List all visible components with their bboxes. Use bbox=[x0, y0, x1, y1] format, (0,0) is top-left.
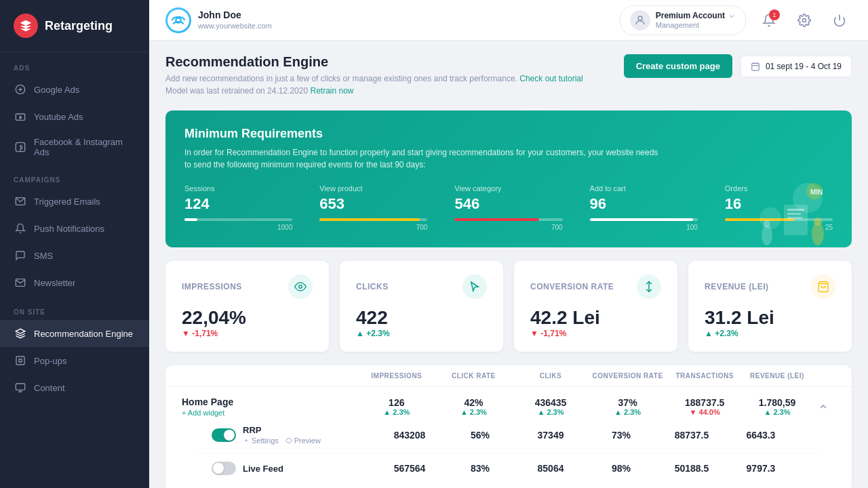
campaigns-section-label: CAMPAIGNS bbox=[0, 164, 149, 188]
settings-btn[interactable] bbox=[792, 8, 816, 33]
clicks-value: 422 bbox=[356, 307, 487, 329]
min-req-view-product: View product 653 700 bbox=[319, 184, 427, 231]
home-expand-btn[interactable] bbox=[811, 401, 835, 412]
col-transactions: TRANSACTIONS bbox=[666, 372, 743, 380]
col-impressions: IMPRESSIONS bbox=[358, 372, 435, 380]
col-revenue: REVENUE (LEI) bbox=[743, 372, 811, 380]
min-req-description: In order for Recommendation Engine to fu… bbox=[184, 146, 659, 171]
metric-cards: Impressions 22,04% ▼ -1,71% Clicks 422 ▲ bbox=[165, 261, 852, 352]
retrain-link[interactable]: Retrain now bbox=[310, 86, 353, 96]
col-conversion-rate: CONVERSION RATE bbox=[589, 372, 667, 380]
sidebar-item-triggered-emails[interactable]: Triggered Emails bbox=[0, 188, 149, 215]
sidebar-item-google-ads[interactable]: Google Ads bbox=[0, 76, 149, 103]
conversion-value: 42.2 Lei bbox=[530, 307, 661, 329]
sidebar-item-label: Push Notifications bbox=[34, 224, 104, 234]
tutorial-link[interactable]: Check out tutorial bbox=[519, 74, 583, 83]
user-name: John Doe bbox=[198, 9, 272, 21]
svg-rect-7 bbox=[16, 384, 24, 390]
home-page-name: Home Page + Add widget bbox=[182, 396, 358, 417]
sidebar-item-youtube-ads[interactable]: Youtube Ads bbox=[0, 103, 149, 130]
home-page-row: Home Page + Add widget 126 ▲ 2.3% 42% ▲ … bbox=[165, 387, 852, 488]
header-right: Premium Account Management 1 bbox=[620, 5, 852, 35]
live-feed-toggle[interactable] bbox=[212, 462, 236, 475]
home-impressions: 126 ▲ 2.3% bbox=[358, 397, 435, 416]
push-notifications-icon bbox=[14, 222, 27, 235]
svg-point-21 bbox=[760, 207, 781, 229]
pages-table: IMPRESSIONS CLICK RATE CLIKS CONVERSION … bbox=[165, 365, 852, 488]
svg-point-28 bbox=[299, 285, 302, 289]
min-req-title: Minimum Requirements bbox=[184, 127, 833, 141]
svg-point-9 bbox=[638, 16, 642, 20]
sidebar-item-pop-ups[interactable]: Pop-ups bbox=[0, 347, 149, 374]
user-info: John Doe www.yourwebsite.com bbox=[198, 9, 272, 30]
premium-account-btn[interactable]: Premium Account Management bbox=[620, 5, 746, 35]
revenue-value: 31.2 Lei bbox=[705, 307, 835, 329]
metric-card-clicks: Clicks 422 ▲ +2.3% bbox=[340, 261, 503, 352]
sidebar-item-push-notifications[interactable]: Push Notifications bbox=[0, 215, 149, 242]
date-range-picker[interactable]: 01 sept 19 - 4 Oct 19 bbox=[741, 56, 852, 77]
calendar-icon bbox=[751, 62, 760, 71]
notification-badge: 1 bbox=[769, 9, 780, 20]
pop-ups-icon bbox=[14, 354, 27, 367]
sidebar-item-sms[interactable]: SMS bbox=[0, 242, 149, 269]
clicks-change: ▲ +2.3% bbox=[356, 329, 487, 338]
premium-label: Premium Account bbox=[656, 11, 725, 22]
add-widget-btn[interactable]: + Add widget bbox=[182, 409, 358, 417]
svg-point-25 bbox=[764, 220, 770, 227]
revenue-icon bbox=[811, 274, 835, 299]
brand-icon bbox=[14, 14, 38, 38]
metric-card-revenue: Revenue (LEI) 31.2 Lei ▲ +2.3% bbox=[688, 261, 852, 352]
svg-rect-18 bbox=[787, 209, 804, 211]
impressions-value: 22,04% bbox=[182, 307, 313, 329]
rrp-widget-row: RRP Settings Preview bbox=[198, 417, 819, 453]
home-revenue: 1.780,59 ▲ 2.3% bbox=[743, 397, 811, 416]
svg-rect-6 bbox=[16, 357, 24, 365]
create-custom-page-btn[interactable]: Create custom page bbox=[624, 54, 732, 78]
live-feed-widget-row: Live Feed 567564 83% 85064 98% 50188.5 9… bbox=[198, 453, 819, 483]
power-btn[interactable] bbox=[827, 8, 852, 33]
sidebar-item-newsletter[interactable]: Newsletter bbox=[0, 269, 149, 296]
premium-icon bbox=[630, 10, 650, 30]
col-cliks: CLIKS bbox=[512, 372, 589, 380]
svg-rect-20 bbox=[787, 217, 802, 219]
svg-rect-12 bbox=[752, 63, 760, 70]
date-range-text: 01 sept 19 - 4 Oct 19 bbox=[766, 62, 842, 71]
revenue-change: ▲ +2.3% bbox=[705, 329, 835, 338]
user-url: www.yourwebsite.com bbox=[198, 21, 272, 30]
ads-section-label: ADS bbox=[0, 52, 149, 76]
sidebar-item-facebook-ads[interactable]: Facebook & Instagram Ads bbox=[0, 130, 149, 164]
sidebar-item-recommendation-engine[interactable]: Recommendation Engine bbox=[0, 320, 149, 347]
management-label: Management bbox=[656, 21, 736, 29]
svg-marker-5 bbox=[16, 329, 24, 333]
page-header-actions: Create custom page 01 sept 19 - 4 Oct 19 bbox=[624, 54, 852, 78]
min-req-items: Sessions 124 1000 View product 653 bbox=[184, 184, 833, 231]
rrp-toggle[interactable] bbox=[212, 428, 236, 442]
min-req-banner: Minimum Requirements In order for Recomm… bbox=[165, 110, 852, 247]
rrp-settings-link[interactable]: Settings bbox=[243, 436, 279, 445]
home-conversion-rate: 37% ▲ 2.3% bbox=[589, 397, 667, 416]
header-user: John Doe www.yourwebsite.com bbox=[165, 7, 272, 33]
header: John Doe www.yourwebsite.com Premium Acc… bbox=[149, 0, 868, 41]
min-req-add-to-cart: Add to cart 96 100 bbox=[590, 184, 698, 231]
svg-rect-19 bbox=[787, 213, 801, 215]
sidebar-item-content[interactable]: Content bbox=[0, 374, 149, 401]
home-transactions: 188737.5 ▼ 44.0% bbox=[666, 397, 743, 416]
premium-text: Premium Account Management bbox=[656, 11, 736, 30]
notifications-btn[interactable]: 1 bbox=[757, 8, 781, 33]
rrp-preview-link[interactable]: Preview bbox=[285, 436, 321, 445]
sidebar-item-label: Content bbox=[34, 383, 65, 393]
page-title: Recommendation Engine bbox=[165, 54, 624, 70]
sidebar-item-label: Newsletter bbox=[34, 278, 75, 288]
page-content: Recommendation Engine Add new recommenda… bbox=[149, 41, 868, 488]
triggered-emails-icon bbox=[14, 195, 27, 208]
svg-point-31 bbox=[245, 440, 248, 442]
page-title-area: Recommendation Engine Add new recommenda… bbox=[165, 54, 624, 97]
impressions-change: ▼ -1,71% bbox=[182, 329, 313, 338]
svg-point-10 bbox=[803, 18, 806, 22]
home-click-rate: 42% ▲ 2.3% bbox=[435, 397, 513, 416]
main-content: John Doe www.yourwebsite.com Premium Acc… bbox=[149, 0, 868, 488]
home-cliks: 436435 ▲ 2.3% bbox=[512, 397, 589, 416]
min-req-sessions: Sessions 124 1000 bbox=[184, 184, 292, 231]
sidebar-logo: Retargeting bbox=[0, 0, 149, 52]
clicks-icon bbox=[462, 274, 487, 299]
